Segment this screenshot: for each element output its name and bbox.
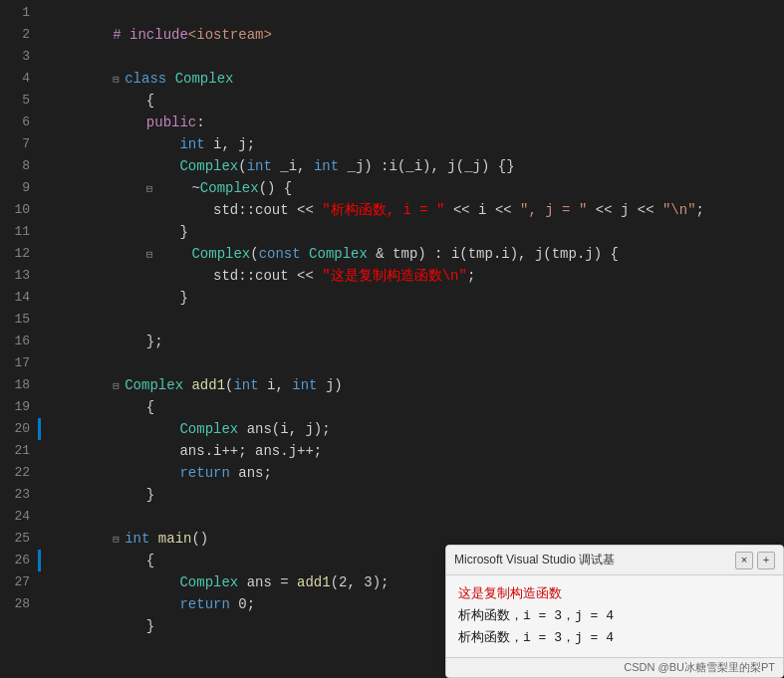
code-line-1: # include<iostream>	[38, 2, 784, 24]
line-num-28: 28	[0, 593, 30, 615]
line-num-14: 14	[0, 287, 30, 309]
code-line-22: }	[38, 462, 784, 484]
line-num-12: 12	[0, 243, 30, 265]
code-line-17: ⊟Complex add1(int i, int j)	[38, 352, 784, 374]
code-line-6: int i, j;	[38, 112, 784, 133]
code-line-10: }	[38, 199, 784, 221]
line-num-1: 1	[0, 2, 30, 24]
code-line-5: public:	[38, 90, 784, 112]
code-line-20: ans.i++; ans.j++;	[38, 418, 784, 440]
line-num-11: 11	[0, 221, 30, 243]
line-numbers: 1 2 3 4 5 6 7 8 9 10 11 12 13 14 15 16 1…	[0, 0, 38, 678]
code-line-16	[38, 331, 784, 352]
code-line-3: ⊟class Complex	[38, 46, 784, 68]
code-line-11: ⊟ Complex(const Complex & tmp) : i(tmp.i…	[38, 221, 784, 243]
line-num-3: 3	[0, 46, 30, 68]
line-num-16: 16	[0, 331, 30, 352]
popup-content: 这是复制构造函数 析构函数，i = 3，j = 4 析构函数，i = 3，j =…	[446, 575, 783, 657]
line-num-18: 18	[0, 374, 30, 396]
output-line-3: 析构函数，i = 3，j = 4	[458, 627, 771, 649]
line-num-25: 25	[0, 528, 30, 550]
line-num-23: 23	[0, 484, 30, 506]
popup-controls: × +	[735, 552, 775, 569]
code-line-14	[38, 287, 784, 309]
code-line-21: return ans;	[38, 440, 784, 462]
line-num-26: 26	[0, 550, 30, 571]
popup-titlebar: Microsoft Visual Studio 调试基 × +	[446, 546, 783, 575]
popup-expand-button[interactable]: +	[757, 552, 775, 569]
code-line-4: {	[38, 68, 784, 90]
code-line-15: };	[38, 309, 784, 331]
code-line-9: std::cout << "析构函数, i = " << i << ", j =…	[38, 177, 784, 199]
code-line-23	[38, 484, 784, 506]
line-num-7: 7	[0, 133, 30, 155]
code-line-13: }	[38, 265, 784, 287]
code-editor: 1 2 3 4 5 6 7 8 9 10 11 12 13 14 15 16 1…	[0, 0, 784, 678]
output-line-1: 这是复制构造函数	[458, 583, 771, 605]
code-line-7: Complex(int _i, int _j) :i(_i), j(_j) {}	[38, 133, 784, 155]
code-line-19: Complex ans(i, j);	[38, 396, 784, 418]
line-num-17: 17	[0, 352, 30, 374]
line-num-20: 20	[0, 418, 30, 440]
line-num-4: 4	[0, 68, 30, 90]
line-num-6: 6	[0, 112, 30, 133]
popup-window: Microsoft Visual Studio 调试基 × + 这是复制构造函数…	[445, 545, 784, 678]
debug-popup: Microsoft Visual Studio 调试基 × + 这是复制构造函数…	[445, 524, 784, 678]
code-line-18: {	[38, 374, 784, 396]
output-line-2: 析构函数，i = 3，j = 4	[458, 605, 771, 627]
line-num-9: 9	[0, 177, 30, 199]
popup-close-button[interactable]: ×	[735, 552, 753, 569]
line-num-10: 10	[0, 199, 30, 221]
code-line-12: std::cout << "这是复制构造函数\n";	[38, 243, 784, 265]
line-num-15: 15	[0, 309, 30, 331]
line-num-8: 8	[0, 155, 30, 177]
popup-footer: CSDN @BU冰糖雪梨里的梨PT	[446, 657, 783, 677]
popup-title: Microsoft Visual Studio 调试基	[454, 552, 615, 568]
line-num-2: 2	[0, 24, 30, 46]
line-num-24: 24	[0, 506, 30, 528]
line-num-19: 19	[0, 396, 30, 418]
line-num-21: 21	[0, 440, 30, 462]
line-num-5: 5	[0, 90, 30, 112]
code-line-2	[38, 24, 784, 46]
line-num-27: 27	[0, 571, 30, 593]
code-line-8: ⊟ ~Complex() {	[38, 155, 784, 177]
line-num-22: 22	[0, 462, 30, 484]
line-num-13: 13	[0, 265, 30, 287]
